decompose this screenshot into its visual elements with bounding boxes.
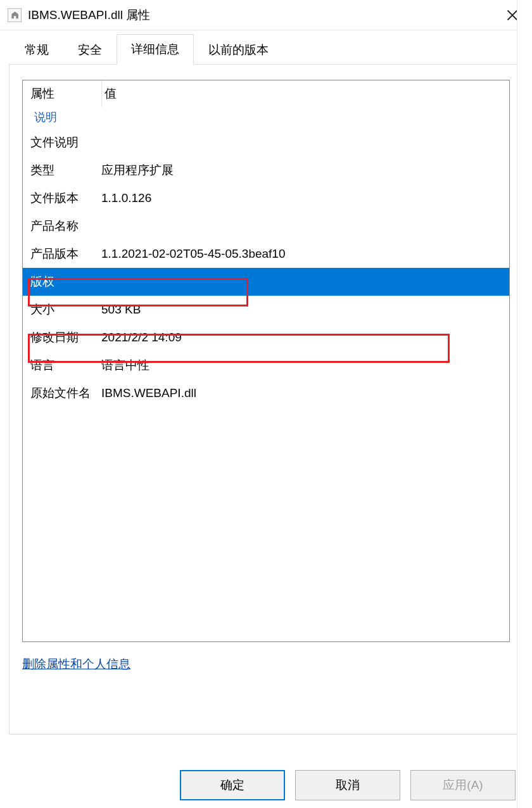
property-row-type[interactable]: 类型 应用程序扩展 [23,156,509,184]
prop-name: 原始文件名 [30,385,101,401]
prop-value: 503 KB [101,303,509,317]
prop-name: 产品名称 [30,218,101,234]
dialog-body: 常规 安全 详细信息 以前的版本 属性 值 说明 文件说明 类型 应用程序扩展 … [0,30,532,735]
property-row-file-version[interactable]: 文件版本 1.1.0.126 [23,184,509,212]
dialog-buttons: 确定 取消 应用(A) [180,770,516,800]
close-icon [507,9,518,21]
prop-name: 语言 [30,357,101,374]
property-row-modified[interactable]: 修改日期 2021/2/2 14:09 [23,324,509,351]
tab-general[interactable]: 常规 [10,35,63,65]
prop-value: 应用程序扩展 [101,162,509,179]
property-row-file-description[interactable]: 文件说明 [23,129,509,156]
group-description: 说明 [23,107,509,129]
tab-security[interactable]: 安全 [63,35,117,65]
prop-value: 1.1.2021-02-02T05-45-05.3beaf10 [101,247,509,261]
window-title: IBMS.WEBAPI.dll 属性 [28,7,498,23]
tabstrip: 常规 安全 详细信息 以前的版本 [9,33,523,65]
prop-name: 文件版本 [30,190,101,206]
remove-properties-link[interactable]: 删除属性和个人信息 [22,656,510,672]
property-row-original-filename[interactable]: 原始文件名 IBMS.WEBAPI.dll [23,379,509,407]
titlebar: IBMS.WEBAPI.dll 属性 [0,0,532,30]
col-property[interactable]: 属性 [30,80,101,107]
prop-name: 大小 [30,301,101,318]
close-button[interactable] [498,3,527,28]
prop-value: 2021/2/2 14:09 [101,331,509,344]
properties-icon [8,8,22,22]
cancel-button[interactable]: 取消 [295,770,400,800]
property-row-product-version[interactable]: 产品版本 1.1.2021-02-02T05-45-05.3beaf10 [23,240,509,268]
prop-name: 版权 [30,274,101,290]
property-row-product-name[interactable]: 产品名称 [23,212,509,240]
prop-value: IBMS.WEBAPI.dll [101,386,509,400]
tab-content: 属性 值 说明 文件说明 类型 应用程序扩展 文件版本 1.1.0.126 产品… [9,65,523,735]
prop-name: 文件说明 [30,134,101,151]
property-row-language[interactable]: 语言 语言中性 [23,351,509,379]
list-header: 属性 值 [23,80,509,107]
tab-details[interactable]: 详细信息 [117,34,194,65]
prop-name: 修改日期 [30,329,101,346]
property-list: 属性 值 说明 文件说明 类型 应用程序扩展 文件版本 1.1.0.126 产品… [22,80,510,642]
col-value[interactable]: 值 [101,80,509,107]
prop-value: 1.1.0.126 [101,191,509,205]
prop-name: 产品版本 [30,246,101,262]
prop-value: 语言中性 [101,357,509,374]
tab-previous-versions[interactable]: 以前的版本 [194,35,283,65]
property-row-copyright[interactable]: 版权 [23,268,509,296]
prop-name: 类型 [30,162,101,179]
property-row-size[interactable]: 大小 503 KB [23,296,509,324]
ok-button[interactable]: 确定 [180,770,285,800]
apply-button: 应用(A) [410,770,516,800]
